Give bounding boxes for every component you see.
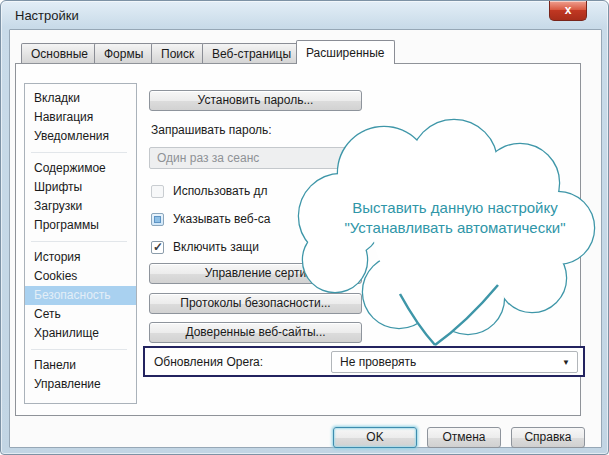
sidebar-item-notifications[interactable]: Уведомления <box>34 127 136 146</box>
tab-forms[interactable]: Формы <box>94 43 153 63</box>
sidebar-item-downloads[interactable]: Загрузки <box>34 197 136 216</box>
enable-protection-checkbox[interactable]: ✓ <box>151 241 164 254</box>
ask-password-label: Запрашивать пароль: <box>151 123 272 137</box>
ok-button[interactable]: OK <box>333 427 417 448</box>
security-protocols-button[interactable]: Протоколы безопасности... <box>149 293 362 314</box>
sidebar-separator <box>31 152 127 153</box>
settings-dialog: Настройки x Основные Формы Поиск Веб-стр… <box>0 0 609 455</box>
sidebar-item-content[interactable]: Содержимое <box>34 159 136 178</box>
sidebar-item-history[interactable]: История <box>34 248 136 267</box>
sidebar-separator <box>31 349 127 350</box>
chevron-down-icon: ▼ <box>562 353 570 373</box>
sidebar-item-navigation[interactable]: Навигация <box>34 108 136 127</box>
tab-webpages[interactable]: Веб-страницы <box>202 43 301 63</box>
callout-line2: "Устанавливать автоматически" <box>321 218 589 238</box>
sidebar-item-fonts[interactable]: Шрифты <box>34 178 136 197</box>
sidebar-item-network[interactable]: Сеть <box>34 305 136 324</box>
help-button[interactable]: Справка <box>511 427 585 448</box>
sidebar-item-storage[interactable]: Хранилище <box>34 324 136 343</box>
tab-advanced[interactable]: Расширенные <box>296 40 395 64</box>
tab-general[interactable]: Основные <box>21 43 98 63</box>
dropdown-value: Не проверять <box>340 355 416 369</box>
sidebar-item-programs[interactable]: Программы <box>34 216 136 235</box>
sidebar-item-management[interactable]: Управление <box>34 375 136 394</box>
trusted-sites-button[interactable]: Доверенные веб-сайты... <box>149 322 362 343</box>
opera-updates-dropdown[interactable]: Не проверять ▼ <box>331 351 578 373</box>
manage-certificates-button[interactable]: Управление серти <box>149 263 362 284</box>
category-list: Вкладки Навигация Уведомления Содержимое… <box>24 83 137 404</box>
checkbox-label: Использовать дл <box>173 184 268 198</box>
window-title: Настройки <box>15 8 79 23</box>
close-icon[interactable]: x <box>549 1 587 21</box>
tab-search[interactable]: Поиск <box>151 43 204 63</box>
sidebar-separator <box>31 241 127 242</box>
callout-note: Выставить данную настройку "Устанавливат… <box>321 198 589 238</box>
title-bar[interactable]: Настройки <box>1 1 608 29</box>
sidebar-item-security[interactable]: Безопасность <box>25 286 136 305</box>
ask-password-dropdown[interactable]: Один раз за сеанс <box>149 147 362 169</box>
sidebar-item-tabs[interactable]: Вкладки <box>34 89 136 108</box>
opera-updates-label: Обновления Opera: <box>154 355 263 369</box>
set-password-button[interactable]: Установить пароль... <box>149 90 362 111</box>
checkmark-icon: ✓ <box>153 240 163 254</box>
sidebar-item-cookies[interactable]: Cookies <box>34 267 136 286</box>
sidebar-item-panels[interactable]: Панели <box>34 356 136 375</box>
checkbox-label: Включить защи <box>173 240 259 254</box>
mixed-state-icon <box>154 216 161 223</box>
use-master-password-checkbox[interactable] <box>151 185 164 198</box>
cancel-button[interactable]: Отмена <box>427 427 501 448</box>
checkbox-label: Указывать веб-са <box>173 212 270 226</box>
updates-highlight-box: Обновления Opera: Не проверять ▼ <box>143 346 585 377</box>
ask-for-website-checkbox[interactable] <box>151 213 164 226</box>
callout-line1: Выставить данную настройку <box>321 198 589 218</box>
